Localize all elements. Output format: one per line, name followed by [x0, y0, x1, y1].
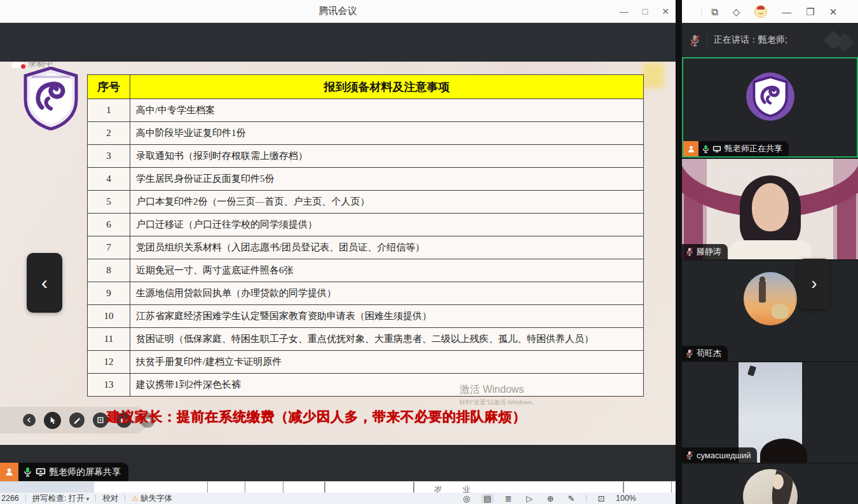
slideshow-icon[interactable]: ▷	[523, 494, 536, 503]
row-text: 江苏省家庭经济困难学生认定暨国家教育资助申请表（困难生须提供）	[130, 305, 644, 328]
row-text: 党团员组织关系材料（入团志愿书/团员登记表、团员证、介绍信等）	[130, 236, 644, 259]
chevron-down-icon: ▾	[86, 496, 90, 502]
recording-indicator: 录制中	[11, 62, 53, 69]
row-text: 扶贫手册复印件/建档立卡证明原件	[130, 351, 644, 374]
cursor-icon[interactable]	[44, 412, 61, 429]
participant-tile-partial[interactable]	[682, 464, 858, 504]
table-row: 1 高中/中专学生档案	[88, 99, 644, 122]
mic-muted-icon	[690, 34, 700, 46]
table-row: 6 户口迁移证（户口迁往学校的同学须提供）	[88, 214, 644, 236]
mic-muted-icon	[686, 349, 693, 358]
normal-view-icon[interactable]: ▤	[481, 494, 494, 503]
row-text: 高中/中专学生档案	[130, 99, 644, 122]
zoom-level[interactable]: 100%	[616, 494, 636, 503]
mic-on-icon	[24, 467, 32, 477]
reading-view-icon[interactable]: ◎	[460, 494, 473, 503]
cube-icon[interactable]: ◇	[733, 7, 740, 17]
row-text: 贫困证明（低保家庭、特困生职工子女、重点优抚对象、大重病患者、二级以上残疾、孤儿…	[130, 328, 644, 351]
recording-label: 录制中	[28, 62, 53, 69]
table-row: 5 户口本复印件2份（一份三页—首页、户主页、个人页）	[88, 191, 644, 214]
table-header-no: 序号	[88, 75, 130, 99]
row-no: 12	[88, 351, 130, 374]
parent-notice-text: 建议家长：提前在系统缴费（减少因人多，带来不必要的排队麻烦）	[107, 407, 634, 426]
row-text: 高中阶段毕业证复印件1份	[130, 122, 644, 145]
fullscreen-icon[interactable]: ⊡	[595, 494, 608, 503]
sunset-avatar	[744, 272, 797, 325]
close-button[interactable]: ✕	[662, 7, 669, 16]
active-speaker-bar: 正在讲话：甄老师;	[682, 23, 858, 57]
participant-label: сумасшедший	[682, 447, 757, 463]
spellcheck-dropdown[interactable]: 拼写检查: 打开▾	[32, 493, 89, 504]
background-document-strip: 岁 业	[0, 481, 676, 493]
copy-layers-icon[interactable]: ⧉	[711, 7, 718, 17]
table-row: 10 江苏省家庭经济困难学生认定暨国家教育资助申请表（困难生须提供）	[88, 305, 644, 328]
materials-table-body: 1 高中/中专学生档案 2 高中阶段毕业证复印件1份 3 录取通知书（报到时存根…	[88, 99, 644, 397]
participant-tile-video[interactable]: 南京城市职业学院 滕静涛	[682, 159, 858, 259]
share-bar-label: 甄老师的屏幕共享	[50, 467, 121, 478]
participant-label: 滕静涛	[682, 244, 728, 259]
table-row: 13 建议携带1到2件深色长裤	[88, 374, 644, 397]
row-no: 4	[88, 168, 130, 191]
host-person-icon	[0, 463, 18, 481]
school-logo-avatar	[746, 72, 794, 121]
doc-fragment: 岁	[434, 484, 442, 493]
outline-view-icon[interactable]: ≣	[502, 494, 515, 503]
screenshot-frame-icon[interactable]	[93, 412, 108, 428]
row-no: 13	[88, 374, 130, 397]
sidebar-minimize-button[interactable]: —	[782, 7, 791, 17]
participant-tile-host[interactable]: 甄老师正在共享	[682, 57, 858, 158]
table-row: 8 近期免冠一寸、两寸蓝底证件照各6张	[88, 259, 644, 282]
table-row: 2 高中阶段毕业证复印件1份	[88, 122, 644, 145]
meeting-titlebar: 腾讯会议 — □ ✕	[0, 0, 676, 23]
row-no: 8	[88, 259, 130, 282]
pencil-icon[interactable]	[69, 412, 85, 428]
row-no: 10	[88, 305, 130, 328]
row-text: 录取通知书（报到时存根联需上缴存档）	[130, 145, 644, 168]
sidebar-titlebar: ⧉ ◇ — ❐ ✕	[682, 0, 858, 23]
maximize-button[interactable]: □	[643, 7, 648, 16]
cloud-record-icon	[11, 62, 24, 68]
participant-label: 荀旺杰	[682, 346, 728, 361]
minimize-button[interactable]: —	[620, 7, 629, 16]
background-pane	[0, 482, 94, 493]
slide-count: 2266	[1, 494, 19, 503]
screen-share-icon	[36, 468, 46, 476]
sidebar-restore-button[interactable]: ❐	[806, 7, 814, 17]
editor-status-bar: 2266 拼写检查: 打开▾ 校对 ⚠缺失字体 ◎ ▤ ≣ ▷ ⊕ ✎ ⊡ 10…	[0, 493, 676, 504]
back-icon[interactable]	[23, 414, 36, 426]
missing-font-warning[interactable]: ⚠缺失字体	[132, 493, 172, 504]
host-person-icon	[683, 141, 698, 156]
row-text: 学生居民身份证正反面复印件5份	[130, 168, 644, 191]
row-no: 5	[88, 191, 130, 214]
window-title: 腾讯会议	[319, 5, 357, 17]
row-no: 7	[88, 236, 130, 259]
row-text: 生源地信用贷款回执单（办理贷款的同学提供）	[130, 282, 644, 305]
row-no: 11	[88, 328, 130, 351]
table-row: 9 生源地信用贷款回执单（办理贷款的同学提供）	[88, 282, 644, 305]
participants-sidebar: ⧉ ◇ — ❐ ✕ 正在讲话：甄老师;	[682, 0, 858, 504]
next-participants-button[interactable]: ›	[798, 259, 830, 309]
mic-on-icon	[702, 145, 709, 153]
row-no: 9	[88, 282, 130, 305]
row-no: 1	[88, 99, 130, 122]
row-no: 2	[88, 122, 130, 145]
avatar-emoji-icon[interactable]	[754, 5, 767, 18]
participant-tile-avatar[interactable]: 荀旺杰	[682, 261, 858, 361]
slide-decoration	[643, 63, 664, 88]
screen-share-icon	[712, 146, 721, 153]
table-header-title: 报到须备材料及注意事项	[130, 75, 644, 99]
table-row: 12 扶贫手册复印件/建档立卡证明原件	[88, 351, 644, 374]
previous-page-button[interactable]: ‹	[27, 253, 62, 313]
chevron-left-icon: ‹	[41, 272, 48, 294]
participant-label: 甄老师正在共享	[683, 141, 789, 156]
participant-tile-phone-video[interactable]: сумасшедший	[682, 362, 858, 463]
school-logo	[23, 67, 79, 130]
sidebar-close-button[interactable]: ✕	[829, 7, 838, 17]
row-text: 户口迁移证（户口迁往学校的同学须提供）	[130, 214, 644, 236]
materials-table: 序号 报到须备材料及注意事项 1 高中/中专学生档案 2 高中阶段毕业证复印件1…	[87, 74, 644, 397]
ink-icon[interactable]: ✎	[565, 494, 578, 503]
proofread-button[interactable]: 校对	[102, 493, 118, 504]
web-view-icon[interactable]: ⊕	[544, 494, 557, 503]
row-text: 户口本复印件2份（一份三页—首页、户主页、个人页）	[130, 191, 644, 214]
meeting-window: 腾讯会议 — □ ✕ 录制中 序号 报到须备材料及注意事项	[0, 0, 676, 504]
